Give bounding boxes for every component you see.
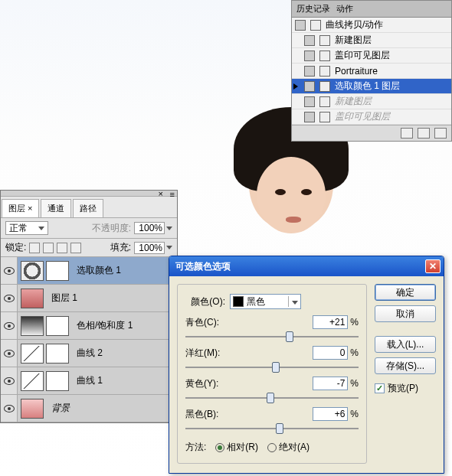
fill-label: 填充: (110, 241, 131, 254)
history-new-doc-icon[interactable] (401, 128, 413, 139)
lock-all-icon[interactable] (70, 243, 81, 253)
slider-track[interactable] (185, 422, 359, 435)
dialog-close-button[interactable]: ✕ (425, 259, 441, 273)
opacity-label: 不透明度: (92, 222, 131, 235)
eye-icon (4, 377, 15, 385)
cancel-button[interactable]: 取消 (375, 305, 436, 322)
lock-position-icon[interactable] (57, 243, 67, 253)
history-step[interactable]: 新建图层 (292, 94, 451, 109)
method-relative-radio[interactable]: 相对(R) (215, 441, 258, 454)
history-step-label: 新建图层 (335, 95, 372, 108)
layer-thumb[interactable] (21, 261, 44, 281)
history-step[interactable]: Portraiture (292, 64, 451, 79)
tab-channels[interactable]: 通道 (41, 199, 71, 217)
fill-input[interactable] (134, 242, 165, 254)
slider-track[interactable] (185, 392, 359, 404)
slider-thumb[interactable] (267, 393, 274, 403)
slider-label: 黄色(Y): (185, 377, 218, 390)
layer-thumb[interactable] (21, 399, 44, 419)
layer-row[interactable]: 曲线 1 (1, 367, 177, 395)
history-step[interactable]: 新建图层 (292, 33, 451, 48)
method-label: 方法: (185, 441, 206, 454)
slider-track[interactable] (185, 331, 359, 343)
dialog-titlebar[interactable]: 可选颜色选项 ✕ (169, 256, 444, 276)
layers-tabs: 图层 × 通道 路径 (1, 197, 177, 218)
panel-menu-icon[interactable]: ≡ (170, 190, 175, 199)
slider-label: 黑色(B): (185, 408, 218, 421)
history-snapshot-label: 曲线拷贝/动作 (326, 18, 383, 31)
layer-thumb[interactable] (21, 344, 44, 364)
slider-thumb[interactable] (276, 423, 283, 434)
slider-value-input[interactable] (313, 407, 348, 421)
layer-name-label: 色相/饱和度 1 (72, 319, 133, 332)
layer-row[interactable]: 曲线 2 (1, 340, 177, 367)
layer-visibility-toggle[interactable] (1, 395, 18, 422)
history-step-label: 盖印可见图层 (335, 49, 390, 62)
slider-label: 洋红(M): (185, 347, 220, 360)
history-step[interactable]: 选取颜色 1 图层 (292, 79, 451, 94)
layer-row[interactable]: 背景 (1, 395, 177, 422)
slider-thumb[interactable] (272, 362, 280, 373)
lock-label: 锁定: (5, 241, 26, 254)
history-step-label: 新建图层 (335, 34, 372, 47)
layer-mask-thumb[interactable] (46, 316, 69, 336)
preview-checkbox[interactable]: ✓预览(P) (375, 382, 436, 395)
tab-layers[interactable]: 图层 × (2, 199, 39, 217)
layer-thumb[interactable] (21, 289, 44, 308)
layer-name-label: 背景 (47, 402, 70, 415)
selective-color-dialog: 可选颜色选项 ✕ 颜色(O): 黑色 青色(C):%洋红(M):%黄色(Y):%… (169, 256, 444, 474)
eye-icon (4, 405, 15, 412)
tab-paths[interactable]: 路径 (73, 199, 103, 217)
blend-mode-value: 正常 (9, 222, 28, 235)
slider-track[interactable] (185, 361, 359, 373)
layer-mask-thumb[interactable] (46, 371, 69, 391)
layer-visibility-toggle[interactable] (1, 340, 18, 367)
opacity-input[interactable] (134, 222, 165, 234)
history-step-label: 盖印可见图层 (335, 110, 390, 123)
history-step[interactable]: 盖印可见图层 (292, 109, 451, 125)
slider-thumb[interactable] (286, 331, 293, 342)
method-absolute-radio[interactable]: 绝对(A) (267, 441, 310, 454)
lock-transparent-icon[interactable] (29, 243, 40, 253)
panel-grip[interactable]: × ≡ (1, 191, 177, 197)
color-label: 颜色(O): (185, 295, 230, 308)
layer-visibility-toggle[interactable] (1, 367, 18, 394)
eye-icon (4, 322, 15, 330)
panel-close-icon[interactable]: × (159, 189, 163, 198)
slider-value-input[interactable] (313, 315, 348, 329)
load-button[interactable]: 载入(L)... (375, 336, 436, 353)
history-footer (292, 125, 451, 141)
layer-mask-thumb[interactable] (46, 261, 69, 281)
ok-button[interactable]: 确定 (375, 284, 436, 301)
save-button[interactable]: 存储(S)... (375, 357, 436, 374)
pct-label: % (350, 317, 359, 328)
layer-visibility-toggle[interactable] (1, 285, 18, 311)
lock-pixels-icon[interactable] (43, 243, 54, 253)
color-select[interactable]: 黑色 (230, 294, 301, 309)
eye-icon (4, 350, 15, 357)
history-step[interactable]: 盖印可见图层 (292, 48, 451, 64)
tab-actions[interactable]: 动作 (336, 3, 353, 15)
layer-visibility-toggle[interactable] (1, 312, 18, 339)
layer-row[interactable]: 图层 1 (1, 285, 177, 312)
preview-label: 预览(P) (388, 382, 418, 395)
layers-panel: × ≡ 图层 × 通道 路径 正常 不透明度: 锁定: 填充: 选取颜色 1图层… (0, 190, 178, 423)
method-absolute-label: 绝对(A) (279, 441, 310, 454)
tab-history[interactable]: 历史记录 (296, 3, 330, 15)
method-relative-label: 相对(R) (227, 441, 258, 454)
layer-row[interactable]: 选取颜色 1 (1, 257, 177, 285)
history-trash-icon[interactable] (434, 128, 447, 139)
slider-value-input[interactable] (313, 346, 348, 360)
history-snapshot[interactable]: 曲线拷贝/动作 (292, 18, 451, 33)
layer-mask-thumb[interactable] (46, 344, 69, 364)
layer-thumb[interactable] (21, 371, 44, 391)
history-step-label: Portraiture (335, 66, 378, 77)
blend-mode-select[interactable]: 正常 (5, 221, 48, 235)
slider-value-input[interactable] (313, 377, 348, 390)
layer-row[interactable]: 色相/饱和度 1 (1, 312, 177, 340)
history-snapshot-icon[interactable] (418, 128, 430, 139)
layer-name-label: 图层 1 (47, 292, 77, 305)
history-step-label: 选取颜色 1 图层 (335, 80, 400, 93)
layer-thumb[interactable] (21, 316, 44, 336)
layer-visibility-toggle[interactable] (1, 257, 18, 284)
